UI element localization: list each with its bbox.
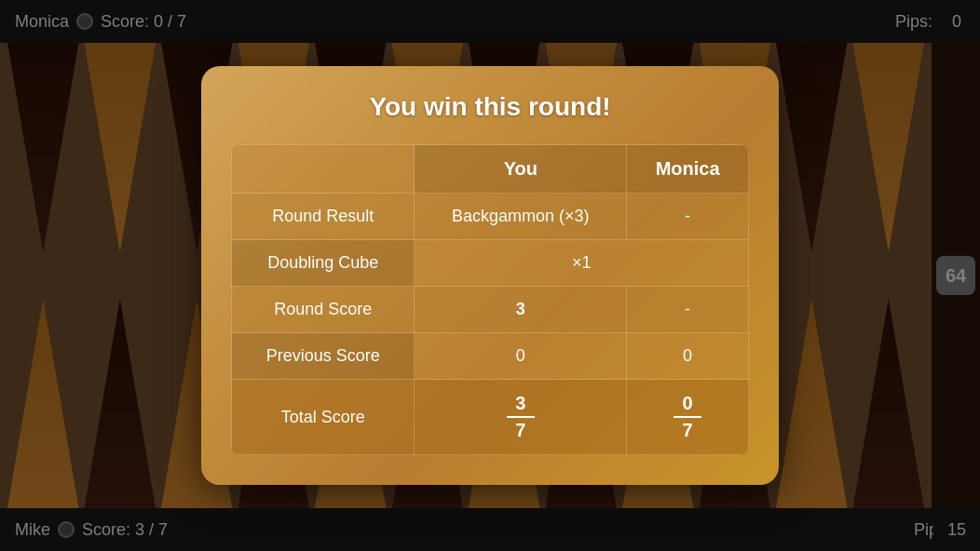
you-denominator: 7 <box>515 420 525 441</box>
modal-title: You win this round! <box>231 92 749 122</box>
previous-score-row: Previous Score 0 0 <box>232 333 749 380</box>
previous-score-you: 0 <box>415 333 627 380</box>
score-table: You Monica Round Result Backgammon (×3) … <box>231 144 749 455</box>
fraction-line <box>507 416 535 418</box>
fraction-line-monica <box>674 416 701 418</box>
you-numerator: 3 <box>515 393 525 414</box>
you-fraction: 3 7 <box>431 393 609 441</box>
monica-fraction: 0 7 <box>644 393 731 441</box>
round-score-monica: - <box>627 287 749 333</box>
round-score-you: 3 <box>415 287 627 333</box>
previous-score-monica: 0 <box>627 333 749 380</box>
result-modal: You win this round! You Monica Round Res… <box>201 66 779 485</box>
total-score-row: Total Score 3 7 0 7 <box>232 380 749 455</box>
round-result-monica: - <box>627 194 749 240</box>
modal-overlay: You win this round! You Monica Round Res… <box>0 0 980 551</box>
monica-numerator: 0 <box>683 393 693 414</box>
col-label-header <box>232 145 415 194</box>
monica-denominator: 7 <box>683 420 693 441</box>
round-score-row: Round Score 3 - <box>232 287 749 333</box>
round-result-label: Round Result <box>232 194 415 240</box>
total-score-you: 3 7 <box>415 380 627 455</box>
doubling-cube-label: Doubling Cube <box>232 240 415 287</box>
col-monica-header: Monica <box>627 145 749 194</box>
round-result-row: Round Result Backgammon (×3) - <box>232 194 749 240</box>
previous-score-label: Previous Score <box>232 333 415 380</box>
total-score-label: Total Score <box>232 380 415 455</box>
doubling-cube-value: ×1 <box>415 240 749 287</box>
total-score-monica: 0 7 <box>627 380 749 455</box>
round-result-you: Backgammon (×3) <box>415 194 627 240</box>
round-score-label: Round Score <box>232 287 415 333</box>
col-you-header: You <box>415 145 627 194</box>
doubling-cube-row: Doubling Cube ×1 <box>232 240 749 287</box>
